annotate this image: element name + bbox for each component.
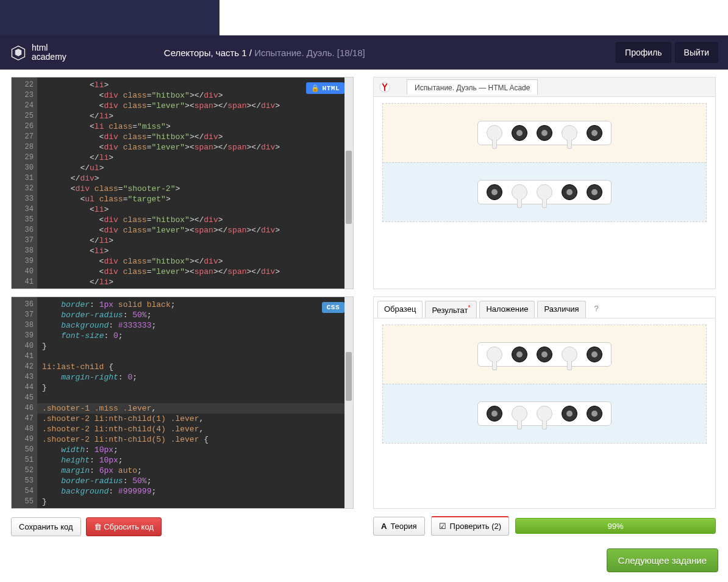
breadcrumb-sub: Испытание. Дуэль. [18/18] [254,48,365,58]
preview-tab-title: Испытание. Дуэль — HTML Acade [407,79,538,95]
target-disc [487,406,502,422]
html-editor[interactable]: 🔒HTML 2223242526272829303132333435363738… [11,77,354,289]
font-icon: A [381,522,387,531]
result-area [382,103,707,222]
yandex-icon [379,81,391,93]
target-disc [487,347,502,362]
html-gutter: 2223242526272829303132333435363738394041… [12,77,37,289]
check-icon: ☑ [439,522,446,531]
css-scrollbar[interactable] [344,297,353,508]
html-badge: 🔒HTML [306,82,344,94]
theory-button[interactable]: AТеория [373,517,425,536]
target-disc [537,184,552,200]
css-code[interactable]: border: 1px solid black; border-radius: … [37,297,353,508]
target-disc [487,184,502,200]
tab-help[interactable]: ? [588,301,605,318]
tab-sample[interactable]: Образец [377,301,423,318]
save-button[interactable]: Сохранить код [11,517,81,536]
tab-result[interactable]: Результат* [425,301,477,318]
target-disc [587,184,602,200]
tab-overlay[interactable]: Наложение [479,301,535,318]
target-disc [587,125,602,141]
profile-button[interactable]: Профиль [616,42,671,63]
target-disc [562,184,577,200]
header: htmlacademy Селекторы, часть 1 / Испытан… [0,35,728,70]
tab-diff[interactable]: Различия [537,301,585,318]
top-banner [0,0,219,35]
target-disc [537,406,552,422]
css-gutter: 3637383940414243444546474849505152535455… [12,297,37,508]
html-code[interactable]: <li> <div class="hitbox"></div> <div cla… [37,77,353,289]
target-disc [512,125,527,141]
target-disc [512,347,527,362]
comparison-pane: Образец Результат* Наложение Различия ? [373,296,716,509]
brand-line1: html [32,43,66,52]
sample-area [382,325,707,444]
target-disc [587,347,602,362]
target-disc [512,184,527,200]
css-editor[interactable]: CSS 363738394041424344454647484950515253… [11,296,354,509]
breadcrumb-main: Селекторы, часть 1 / [164,48,254,58]
next-task-button[interactable]: Следующее задание [607,548,718,572]
target-disc [537,347,552,362]
target-disc [562,347,577,362]
lock-icon: 🔒 [311,85,320,92]
html-scrollbar[interactable] [344,77,353,289]
target-disc [587,406,602,422]
target-disc [562,125,577,141]
progress-bar: 99% [515,518,716,534]
target-disc [512,406,527,422]
check-button[interactable]: ☑Проверить (2) [431,516,510,536]
target-disc [562,406,577,422]
logo-icon [10,44,27,61]
target-disc [537,125,552,141]
preview-pane: Испытание. Дуэль — HTML Acade [373,77,716,289]
brand-line2: academy [32,52,66,62]
target-disc [487,125,502,141]
trash-icon: 🗑 [94,522,102,531]
logo[interactable]: htmlacademy [10,43,66,62]
breadcrumb: Селекторы, часть 1 / Испытание. Дуэль. [… [164,48,365,58]
reset-button[interactable]: 🗑 Сбросить код [86,517,162,536]
css-badge: CSS [322,302,344,313]
logout-button[interactable]: Выйти [675,42,718,63]
